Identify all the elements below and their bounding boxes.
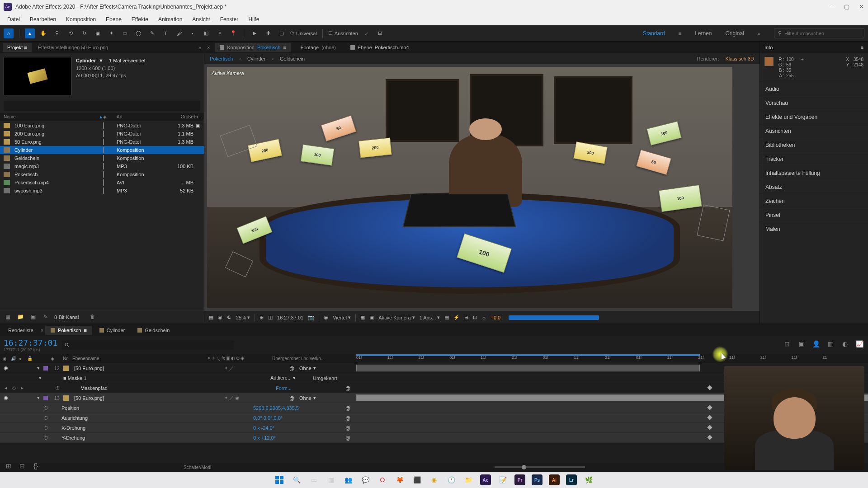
project-item[interactable]: 200 Euro.pngPNG-Datei1,1 MB: [0, 130, 204, 138]
parent-pickwhip-icon[interactable]: @: [289, 366, 297, 371]
switch-col-icon[interactable]: fx: [222, 356, 225, 362]
bit-depth-label[interactable]: 8-Bit-Kanal: [54, 314, 79, 320]
tl-tab-pokertisch[interactable]: Pokertisch ≡: [45, 326, 92, 335]
teams-icon[interactable]: 👥: [341, 474, 355, 486]
breadcrumb-cylinder[interactable]: Cylinder: [247, 56, 265, 61]
sort-indicator-icon[interactable]: ▲: [99, 114, 103, 119]
channel-icon[interactable]: ◉: [218, 314, 222, 320]
stopwatch-icon[interactable]: ⏱: [43, 425, 50, 431]
firefox-icon[interactable]: 🦊: [392, 474, 407, 486]
label-color-swatch[interactable]: [103, 171, 104, 178]
snapshot-icon[interactable]: 📷: [308, 314, 314, 320]
switch-col-icon[interactable]: ⊙: [236, 356, 240, 362]
minimize-button[interactable]: —: [829, 4, 835, 10]
side-panel-malen[interactable]: Malen: [760, 222, 868, 236]
camera-tool-icon[interactable]: ▣: [93, 28, 103, 38]
new-folder-icon[interactable]: 📁: [16, 314, 24, 321]
fast-preview-icon[interactable]: ⚡: [453, 314, 460, 320]
side-panel-absatz[interactable]: Absatz: [760, 180, 868, 194]
stopwatch-icon[interactable]: ⏱: [43, 415, 50, 421]
menu-animation[interactable]: Animation: [154, 14, 187, 24]
hand-tool-icon[interactable]: ✋: [38, 28, 48, 38]
label-color-swatch[interactable]: [103, 179, 104, 186]
alpha-toggle-icon[interactable]: ▦: [209, 314, 213, 320]
side-panel-pinsel[interactable]: Pinsel: [760, 208, 868, 222]
tl-tab-renderliste[interactable]: Renderliste: [3, 326, 39, 335]
breadcrumb-geldschein[interactable]: Geldschein: [280, 56, 305, 61]
project-item[interactable]: PokertischKomposition: [0, 170, 204, 178]
local-axis-icon[interactable]: ▶: [250, 28, 259, 38]
menu-ebene[interactable]: Ebene: [101, 14, 126, 24]
graph-editor-icon[interactable]: 📈: [854, 340, 864, 350]
reset-exposure-icon[interactable]: ☼: [481, 315, 486, 320]
visibility-toggle-icon[interactable]: ◉: [3, 365, 9, 371]
twirl-icon[interactable]: ▾: [37, 375, 43, 381]
parent-pickwhip-icon[interactable]: @: [289, 395, 297, 401]
ellipse-tool-icon[interactable]: ◯: [133, 28, 143, 38]
rect-tool-icon[interactable]: ▭: [120, 28, 130, 38]
layer-color-chip[interactable]: [43, 396, 48, 400]
maximize-button[interactable]: ▢: [844, 4, 850, 10]
start-button[interactable]: [272, 474, 287, 486]
renderer-dropdown[interactable]: Klassisch 3D: [725, 56, 754, 61]
misc-app-icon[interactable]: 🌿: [581, 474, 596, 486]
resolution-icon[interactable]: ⊞: [259, 314, 264, 320]
pixel-aspect-icon[interactable]: ▤: [444, 314, 449, 320]
switch-col-icon[interactable]: ▣: [226, 356, 230, 362]
comp-tab-pokertisch[interactable]: Komposition Pokertisch ≡: [215, 43, 290, 52]
ausrichten-checkbox[interactable]: ☐ Ausrichten: [328, 30, 358, 36]
snap-icon[interactable]: ⟋: [362, 28, 372, 38]
selection-tool-icon[interactable]: ▲: [25, 28, 35, 38]
exposure-value[interactable]: +0,0: [491, 315, 500, 320]
keyframe-icon[interactable]: [707, 425, 712, 430]
project-item[interactable]: 100 Euro.pngPNG-Datei1,3 MB▣: [0, 121, 204, 130]
photoshop-icon[interactable]: Ps: [530, 474, 544, 486]
visibility-toggle-icon[interactable]: ◉: [3, 395, 9, 401]
side-panel-zeichen[interactable]: Zeichen: [760, 194, 868, 208]
side-panel-inhaltsbasierte-füllung[interactable]: Inhaltsbasierte Füllung: [760, 166, 868, 180]
asset-dropdown-icon[interactable]: ▼: [99, 57, 104, 65]
color-mgmt-icon[interactable]: ◉: [324, 314, 328, 320]
side-panel-bibliotheken[interactable]: Bibliotheken: [760, 138, 868, 152]
layer-color-chip[interactable]: [43, 366, 48, 371]
eraser-tool-icon[interactable]: ◧: [201, 28, 211, 38]
project-settings-icon[interactable]: ✎: [42, 314, 50, 321]
expression-pickwhip-icon[interactable]: @: [345, 385, 354, 391]
project-item[interactable]: 50 Euro.pngPNG-Datei1,3 MB: [0, 138, 204, 146]
project-search-input[interactable]: [4, 101, 200, 111]
tab-menu-icon[interactable]: ≡: [283, 45, 286, 50]
comp-mini-flowchart-icon[interactable]: ⊡: [782, 340, 792, 350]
after-effects-icon[interactable]: Ae: [478, 474, 493, 486]
views-dropdown[interactable]: 1 Ans... ▾: [420, 314, 440, 320]
switch-col-icon[interactable]: ◐: [231, 356, 235, 362]
switch-col-icon[interactable]: ＼: [216, 356, 221, 362]
menu-fenster[interactable]: Fenster: [216, 14, 243, 24]
comp-tab-ebene[interactable]: Ebene Pokertisch.mp4: [346, 43, 414, 52]
side-panel-vorschau[interactable]: Vorschau: [760, 96, 868, 110]
menu-effekte[interactable]: Effekte: [127, 14, 153, 24]
keyframe-icon[interactable]: [707, 415, 712, 420]
workspace-original[interactable]: Original: [726, 30, 744, 37]
timeline-search-input[interactable]: [62, 340, 234, 350]
add-keyframe-icon[interactable]: ◇: [11, 385, 17, 391]
region-icon[interactable]: ◫: [268, 314, 273, 320]
mask-toggle-icon[interactable]: ☯: [227, 314, 231, 320]
roto-tool-icon[interactable]: ✧: [215, 28, 225, 38]
project-item[interactable]: magic.mp3MP3100 KB: [0, 162, 204, 170]
stopwatch-icon[interactable]: ⏱: [43, 405, 50, 411]
braces-icon[interactable]: {}: [31, 462, 41, 472]
text-tool-icon[interactable]: T: [160, 28, 170, 38]
panel-menu-icon[interactable]: ≡: [861, 45, 863, 50]
guides-icon[interactable]: ▣: [369, 314, 374, 320]
project-item[interactable]: CylinderKomposition: [0, 146, 204, 154]
task-view-icon[interactable]: ▭: [307, 474, 321, 486]
label-color-swatch[interactable]: [103, 131, 104, 137]
project-item[interactable]: swoosh.mp3MP352 KB: [0, 187, 204, 195]
breadcrumb-pokertisch[interactable]: Pokertisch: [210, 56, 233, 61]
keyframe-icon[interactable]: [707, 385, 712, 390]
project-item[interactable]: Pokertisch.mp4AVI... MB: [0, 178, 204, 187]
text-editor-icon[interactable]: 📝: [495, 474, 510, 486]
comp-tab-footage[interactable]: Footage (ohne): [296, 43, 340, 52]
work-area-bar[interactable]: [356, 354, 700, 356]
draft-3d-icon[interactable]: ▣: [797, 340, 807, 350]
